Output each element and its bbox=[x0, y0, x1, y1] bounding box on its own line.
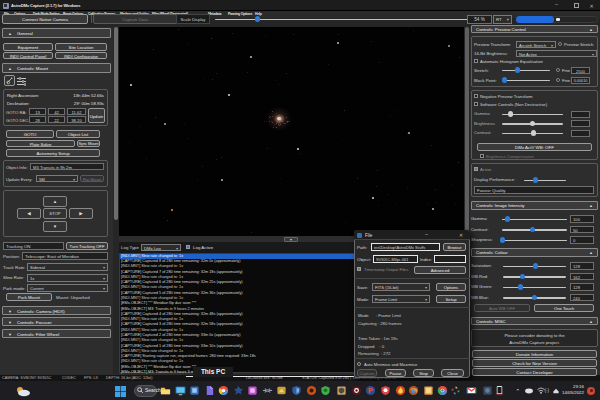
svg-text:P: P bbox=[368, 386, 373, 395]
